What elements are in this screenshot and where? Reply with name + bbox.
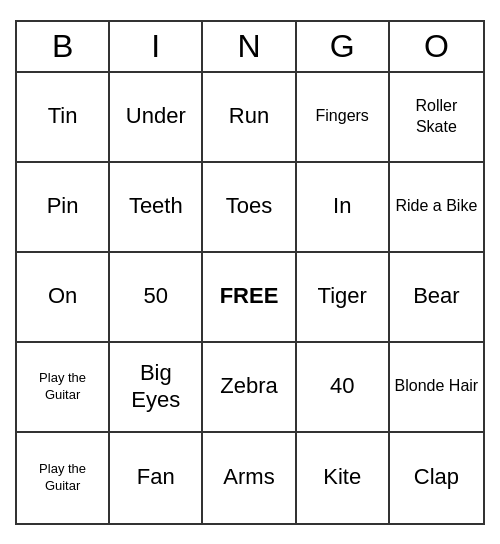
grid-cell: In bbox=[297, 163, 390, 253]
grid-cell: Blonde Hair bbox=[390, 343, 483, 433]
grid-cell: Fan bbox=[110, 433, 203, 523]
grid-cell: Tiger bbox=[297, 253, 390, 343]
grid-cell: Play the Guitar bbox=[17, 343, 110, 433]
grid-cell: Pin bbox=[17, 163, 110, 253]
header-letter: N bbox=[203, 22, 296, 71]
grid-cell: Teeth bbox=[110, 163, 203, 253]
grid-cell: Fingers bbox=[297, 73, 390, 163]
grid-cell: Kite bbox=[297, 433, 390, 523]
header-letter: G bbox=[297, 22, 390, 71]
header-letter: I bbox=[110, 22, 203, 71]
grid-cell: On bbox=[17, 253, 110, 343]
grid-cell: Clap bbox=[390, 433, 483, 523]
grid-cell: Zebra bbox=[203, 343, 296, 433]
grid-cell: Under bbox=[110, 73, 203, 163]
bingo-header: BINGO bbox=[17, 22, 483, 73]
grid-cell: Run bbox=[203, 73, 296, 163]
grid-cell: Roller Skate bbox=[390, 73, 483, 163]
grid-cell: Tin bbox=[17, 73, 110, 163]
grid-cell: Ride a Bike bbox=[390, 163, 483, 253]
grid-cell: Bear bbox=[390, 253, 483, 343]
grid-cell: FREE bbox=[203, 253, 296, 343]
bingo-card: BINGO TinUnderRunFingersRoller SkatePinT… bbox=[15, 20, 485, 525]
grid-cell: Arms bbox=[203, 433, 296, 523]
header-letter: B bbox=[17, 22, 110, 71]
grid-cell: 50 bbox=[110, 253, 203, 343]
grid-cell: Play the Guitar bbox=[17, 433, 110, 523]
header-letter: O bbox=[390, 22, 483, 71]
bingo-grid: TinUnderRunFingersRoller SkatePinTeethTo… bbox=[17, 73, 483, 523]
grid-cell: Big Eyes bbox=[110, 343, 203, 433]
grid-cell: Toes bbox=[203, 163, 296, 253]
grid-cell: 40 bbox=[297, 343, 390, 433]
